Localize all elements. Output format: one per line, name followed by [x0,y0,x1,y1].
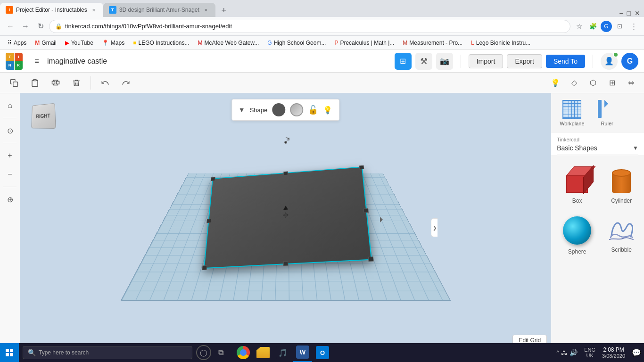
handle-bl[interactable] [202,265,207,270]
network-icon[interactable]: 🖧 [561,349,568,356]
shape-dropdown-chevron[interactable]: ▼ [239,106,245,114]
tab-1[interactable]: I Project Editor - Instructables × [0,3,103,17]
redo-btn[interactable] [117,74,134,91]
home-view-btn[interactable]: ⌂ [1,97,18,114]
refresh-button[interactable]: ↻ [34,20,47,33]
align-icon[interactable]: ⊞ [604,75,619,90]
bookmark-measurement[interactable]: M Measurement - Pro... [399,39,466,47]
taskbar-word[interactable]: W [293,343,312,362]
export-button[interactable]: Export [507,54,542,68]
shape-light-icon[interactable]: 💡 [323,106,332,115]
shape-item-sphere[interactable]: Sphere [557,212,597,259]
cast-icon[interactable]: ⊡ [613,20,626,33]
taskbar-search[interactable]: 🔍 Type here to search [23,346,192,359]
region-text: UK [586,353,594,358]
profile-icon[interactable]: G [601,21,612,32]
paste-btn[interactable] [26,74,43,91]
timeline-btn[interactable]: ⚒ [415,53,432,70]
mirror-icon[interactable]: ⇔ [623,75,638,90]
project-name[interactable]: imaginative castle [47,57,391,66]
undo-btn[interactable] [97,74,114,91]
view-cube[interactable]: RIGHT [26,99,60,133]
transform-icon[interactable]: ⬡ [586,75,601,90]
height-handle[interactable] [283,206,288,210]
handle-mr[interactable] [363,208,368,213]
send-to-button[interactable]: Send To [546,55,585,68]
orientation-btn[interactable]: ⊕ [1,191,18,208]
chrome-menu-icon[interactable]: ⋮ [627,20,640,33]
bookmark-youtube[interactable]: ▶ YouTube [61,39,97,47]
handle-ml[interactable] [206,219,211,223]
forward-button[interactable]: → [19,20,32,33]
category-dropdown[interactable]: Basic Shapes ▼ [557,142,638,155]
ruler-btn[interactable]: Ruler [593,97,621,129]
header-action-buttons: ⊞ ⚒ 📷 [395,53,453,70]
bookmark-lego[interactable]: ■ LEGO Instructions... [129,39,193,47]
tab-2[interactable]: T 3D design Brilliant Amur-Snaget × [103,3,215,17]
panel-collapse-btn[interactable]: ❯ [431,218,438,237]
tab-1-close[interactable]: × [90,6,98,14]
workplane-btn[interactable]: Workplane [555,97,589,129]
zoom-out-btn[interactable]: − [1,166,18,183]
address-bar[interactable]: 🔒 tinkercad.com/things/010wPpfW8vd-brill… [49,20,570,33]
handle-bm[interactable] [283,261,288,266]
list-menu-icon[interactable]: ≡ [30,55,43,68]
camera-btn[interactable]: 📷 [436,53,453,70]
copy-btn[interactable] [6,74,23,91]
import-button[interactable]: Import [469,54,504,68]
back-button[interactable]: ← [4,20,17,33]
shape-hole-btn[interactable] [290,103,303,116]
sys-tray-arrow[interactable]: ^ [557,349,560,356]
grid-view-btn[interactable]: ⊞ [395,53,412,70]
bookmark-gmail[interactable]: M Gmail [31,39,60,47]
handle-tm[interactable] [283,171,288,175]
resize-handle-right[interactable] [374,215,384,226]
fit-view-btn[interactable]: ⊙ [1,122,18,139]
shape-item-box[interactable]: Box [557,161,597,208]
help-icon[interactable]: 💡 [548,75,563,90]
bookmark-lego-bionicle[interactable]: L Lego Bionicle Instru... [467,39,534,47]
taskbar-clock[interactable]: 2:08 PM 3/08/2020 [598,346,629,359]
add-user-button[interactable]: 👤 [601,53,618,70]
extensions-icon[interactable]: 🧩 [586,20,600,33]
taskbar-outlook[interactable]: O [313,343,332,362]
bookmark-precalc[interactable]: P Precalculus | Math |... [330,39,398,47]
taskbar-sound-forge[interactable]: 🎵 [273,343,292,362]
notifications-btn[interactable]: 💬 [629,343,644,362]
3d-flat-box[interactable] [196,150,375,291]
bookmark-apps[interactable]: ⠿ Apps [4,39,30,47]
select-icon[interactable]: ◇ [567,75,582,90]
delete-btn[interactable] [68,74,85,91]
taskbar-language[interactable]: ENG UK [581,347,598,358]
bookmark-mcafee[interactable]: M McAfee Web Gatew... [194,39,263,47]
group-btn[interactable] [47,74,64,91]
handle-br[interactable] [368,256,373,262]
shape-solid-btn[interactable] [272,103,285,116]
bookmark-maps[interactable]: 📍 Maps [98,39,128,47]
shape-lock-icon[interactable]: 🔓 [308,105,318,115]
bookmark-star-btn[interactable]: ☆ [572,20,586,33]
zoom-in-btn[interactable]: + [1,147,18,164]
minimize-btn[interactable]: − [619,9,623,17]
maximize-btn[interactable]: □ [627,9,631,17]
taskbar-chrome[interactable] [234,343,253,362]
tab-2-close[interactable]: × [202,6,210,14]
taskbar-file-explorer[interactable] [254,343,272,362]
task-view-btn[interactable]: ⧉ [213,345,228,360]
start-button[interactable] [0,343,19,362]
canvas-area[interactable]: RIGHT ▼ Shape 🔓 💡 [20,93,551,362]
handle-tl[interactable] [211,177,215,181]
rotation-handle[interactable] [280,137,291,150]
handle-tr[interactable] [359,165,364,170]
center-move-handle[interactable] [282,212,289,221]
close-btn[interactable]: ✕ [635,9,640,17]
bookmark-geom[interactable]: G High School Geom... [264,39,330,47]
shape-item-cylinder[interactable]: Cylinder [601,161,642,208]
user-avatar[interactable]: G [621,53,638,70]
category-chevron-icon[interactable]: ▼ [633,145,638,151]
3d-object-container[interactable] [196,150,375,291]
shape-item-scribble[interactable]: Scribble [601,212,642,259]
new-tab-button[interactable]: + [217,4,231,17]
cortana-btn[interactable]: ◯ [196,345,211,360]
sound-icon[interactable]: 🔊 [570,349,578,356]
